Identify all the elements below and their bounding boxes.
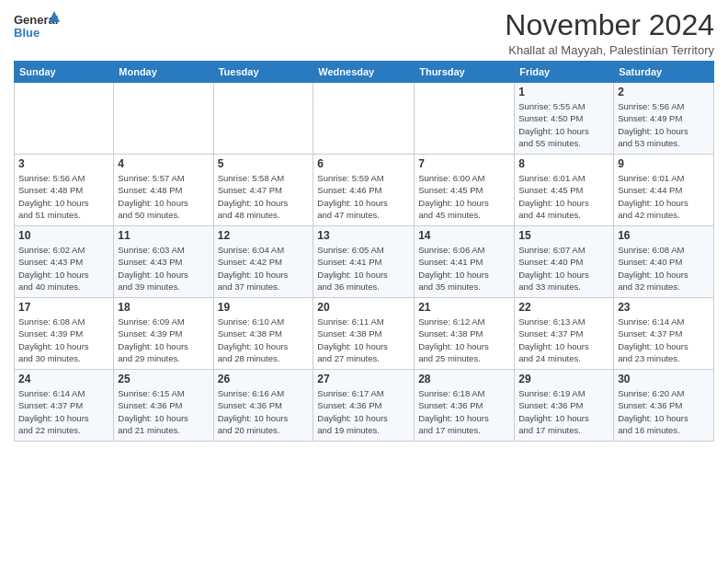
day-info: Sunrise: 6:10 AMSunset: 4:38 PMDaylight:… bbox=[218, 316, 310, 364]
day-info: Sunrise: 5:56 AMSunset: 4:48 PMDaylight:… bbox=[18, 172, 109, 221]
day-number: 30 bbox=[618, 373, 710, 385]
cell-w3-d2: 11Sunrise: 6:03 AMSunset: 4:43 PMDayligh… bbox=[114, 226, 213, 298]
day-info: Sunrise: 6:00 AMSunset: 4:45 PMDaylight:… bbox=[418, 172, 510, 221]
day-number: 10 bbox=[18, 229, 109, 242]
day-info: Sunrise: 6:19 AMSunset: 4:36 PMDaylight:… bbox=[518, 387, 609, 436]
day-number: 14 bbox=[418, 229, 510, 242]
day-info: Sunrise: 5:55 AMSunset: 4:50 PMDaylight:… bbox=[518, 100, 609, 149]
cell-w5-d1: 24Sunrise: 6:14 AMSunset: 4:37 PMDayligh… bbox=[15, 370, 114, 442]
day-info: Sunrise: 6:12 AMSunset: 4:38 PMDaylight:… bbox=[418, 316, 510, 364]
calendar-table: SundayMondayTuesdayWednesdayThursdayFrid… bbox=[14, 61, 714, 442]
day-info: Sunrise: 6:15 AMSunset: 4:36 PMDaylight:… bbox=[118, 387, 209, 436]
svg-text:Blue: Blue bbox=[14, 26, 40, 40]
header-tuesday: Tuesday bbox=[213, 62, 313, 83]
week-row-3: 10Sunrise: 6:02 AMSunset: 4:43 PMDayligh… bbox=[15, 226, 714, 298]
cell-w1-d7: 2Sunrise: 5:56 AMSunset: 4:49 PMDaylight… bbox=[614, 83, 714, 155]
day-number: 19 bbox=[218, 301, 310, 314]
day-number: 17 bbox=[18, 301, 109, 314]
week-row-4: 17Sunrise: 6:08 AMSunset: 4:39 PMDayligh… bbox=[15, 298, 714, 370]
header-wednesday: Wednesday bbox=[313, 62, 415, 83]
cell-w3-d1: 10Sunrise: 6:02 AMSunset: 4:43 PMDayligh… bbox=[15, 226, 114, 298]
cell-w3-d3: 12Sunrise: 6:04 AMSunset: 4:42 PMDayligh… bbox=[213, 226, 313, 298]
day-info: Sunrise: 6:06 AMSunset: 4:41 PMDaylight:… bbox=[418, 244, 510, 293]
month-title: November 2024 bbox=[505, 9, 714, 41]
header-sunday: Sunday bbox=[15, 62, 114, 83]
header-friday: Friday bbox=[515, 62, 614, 83]
cell-w3-d5: 14Sunrise: 6:06 AMSunset: 4:41 PMDayligh… bbox=[415, 226, 515, 298]
day-info: Sunrise: 6:01 AMSunset: 4:44 PMDaylight:… bbox=[618, 172, 710, 221]
day-info: Sunrise: 6:13 AMSunset: 4:37 PMDaylight:… bbox=[518, 316, 609, 364]
day-info: Sunrise: 6:08 AMSunset: 4:39 PMDaylight:… bbox=[18, 316, 109, 364]
cell-w4-d1: 17Sunrise: 6:08 AMSunset: 4:39 PMDayligh… bbox=[15, 298, 114, 370]
day-number: 23 bbox=[618, 301, 710, 314]
cell-w2-d7: 9Sunrise: 6:01 AMSunset: 4:44 PMDaylight… bbox=[614, 155, 714, 226]
day-number: 2 bbox=[618, 86, 710, 98]
day-info: Sunrise: 6:18 AMSunset: 4:36 PMDaylight:… bbox=[418, 387, 510, 436]
day-number: 26 bbox=[218, 373, 310, 385]
cell-w1-d4 bbox=[313, 83, 415, 155]
header-thursday: Thursday bbox=[415, 62, 515, 83]
day-number: 13 bbox=[317, 229, 410, 242]
logo-svg: General Blue bbox=[14, 9, 60, 44]
day-number: 5 bbox=[218, 157, 310, 170]
day-number: 20 bbox=[317, 301, 410, 314]
day-info: Sunrise: 5:59 AMSunset: 4:46 PMDaylight:… bbox=[317, 172, 410, 221]
cell-w5-d3: 26Sunrise: 6:16 AMSunset: 4:36 PMDayligh… bbox=[213, 370, 313, 442]
day-info: Sunrise: 6:01 AMSunset: 4:45 PMDaylight:… bbox=[518, 172, 609, 221]
title-block: November 2024 Khallat al Mayyah, Palesti… bbox=[505, 9, 714, 57]
cell-w2-d3: 5Sunrise: 5:58 AMSunset: 4:47 PMDaylight… bbox=[213, 155, 313, 226]
cell-w5-d4: 27Sunrise: 6:17 AMSunset: 4:36 PMDayligh… bbox=[313, 370, 415, 442]
cell-w1-d3 bbox=[213, 83, 313, 155]
day-number: 21 bbox=[418, 301, 510, 314]
week-row-5: 24Sunrise: 6:14 AMSunset: 4:37 PMDayligh… bbox=[15, 370, 714, 442]
day-info: Sunrise: 5:57 AMSunset: 4:48 PMDaylight:… bbox=[118, 172, 209, 221]
cell-w2-d6: 8Sunrise: 6:01 AMSunset: 4:45 PMDaylight… bbox=[515, 155, 614, 226]
day-number: 22 bbox=[518, 301, 609, 314]
cell-w1-d6: 1Sunrise: 5:55 AMSunset: 4:50 PMDaylight… bbox=[515, 83, 614, 155]
header-monday: Monday bbox=[114, 62, 213, 83]
day-number: 24 bbox=[18, 373, 109, 385]
day-number: 11 bbox=[118, 229, 209, 242]
day-info: Sunrise: 6:14 AMSunset: 4:37 PMDaylight:… bbox=[618, 316, 710, 364]
day-number: 16 bbox=[618, 229, 710, 242]
logo: General Blue bbox=[14, 9, 60, 44]
day-info: Sunrise: 5:58 AMSunset: 4:47 PMDaylight:… bbox=[218, 172, 310, 221]
cell-w4-d3: 19Sunrise: 6:10 AMSunset: 4:38 PMDayligh… bbox=[213, 298, 313, 370]
day-number: 28 bbox=[418, 373, 510, 385]
day-number: 9 bbox=[618, 157, 710, 170]
day-info: Sunrise: 6:04 AMSunset: 4:42 PMDaylight:… bbox=[218, 244, 310, 293]
cell-w1-d5 bbox=[415, 83, 515, 155]
cell-w3-d7: 16Sunrise: 6:08 AMSunset: 4:40 PMDayligh… bbox=[614, 226, 714, 298]
day-info: Sunrise: 6:17 AMSunset: 4:36 PMDaylight:… bbox=[317, 387, 410, 436]
day-number: 29 bbox=[518, 373, 609, 385]
cell-w1-d1 bbox=[15, 83, 114, 155]
cell-w2-d4: 6Sunrise: 5:59 AMSunset: 4:46 PMDaylight… bbox=[313, 155, 415, 226]
day-number: 18 bbox=[118, 301, 209, 314]
day-info: Sunrise: 6:09 AMSunset: 4:39 PMDaylight:… bbox=[118, 316, 209, 364]
day-number: 1 bbox=[518, 86, 609, 98]
day-number: 15 bbox=[518, 229, 609, 242]
day-info: Sunrise: 6:14 AMSunset: 4:37 PMDaylight:… bbox=[18, 387, 109, 436]
day-info: Sunrise: 5:56 AMSunset: 4:49 PMDaylight:… bbox=[618, 100, 710, 149]
header-saturday: Saturday bbox=[614, 62, 714, 83]
header: General Blue November 2024 Khallat al Ma… bbox=[14, 9, 714, 57]
header-row: SundayMondayTuesdayWednesdayThursdayFrid… bbox=[15, 62, 714, 83]
cell-w2-d1: 3Sunrise: 5:56 AMSunset: 4:48 PMDaylight… bbox=[15, 155, 114, 226]
week-row-2: 3Sunrise: 5:56 AMSunset: 4:48 PMDaylight… bbox=[15, 155, 714, 226]
location-subtitle: Khallat al Mayyah, Palestinian Territory bbox=[505, 43, 714, 57]
day-number: 3 bbox=[18, 157, 109, 170]
day-number: 4 bbox=[118, 157, 209, 170]
cell-w3-d4: 13Sunrise: 6:05 AMSunset: 4:41 PMDayligh… bbox=[313, 226, 415, 298]
calendar-container: General Blue November 2024 Khallat al Ma… bbox=[0, 0, 728, 451]
cell-w5-d7: 30Sunrise: 6:20 AMSunset: 4:36 PMDayligh… bbox=[614, 370, 714, 442]
cell-w5-d2: 25Sunrise: 6:15 AMSunset: 4:36 PMDayligh… bbox=[114, 370, 213, 442]
day-number: 6 bbox=[317, 157, 410, 170]
day-number: 7 bbox=[418, 157, 510, 170]
cell-w4-d2: 18Sunrise: 6:09 AMSunset: 4:39 PMDayligh… bbox=[114, 298, 213, 370]
day-number: 12 bbox=[218, 229, 310, 242]
day-info: Sunrise: 6:03 AMSunset: 4:43 PMDaylight:… bbox=[118, 244, 209, 293]
day-info: Sunrise: 6:08 AMSunset: 4:40 PMDaylight:… bbox=[618, 244, 710, 293]
cell-w5-d6: 29Sunrise: 6:19 AMSunset: 4:36 PMDayligh… bbox=[515, 370, 614, 442]
day-info: Sunrise: 6:05 AMSunset: 4:41 PMDaylight:… bbox=[317, 244, 410, 293]
cell-w2-d5: 7Sunrise: 6:00 AMSunset: 4:45 PMDaylight… bbox=[415, 155, 515, 226]
